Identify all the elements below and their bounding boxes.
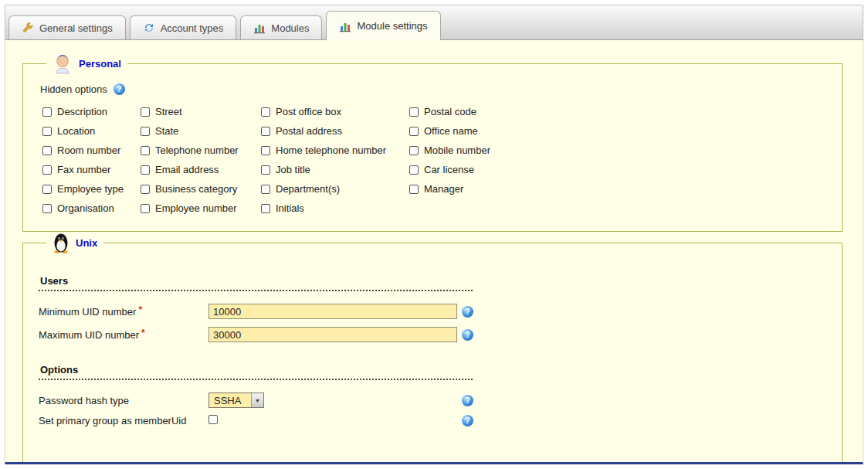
account-types-icon: [143, 22, 155, 34]
tab-label: General settings: [39, 22, 113, 34]
tab-bar: General settings Account types Modules M…: [5, 5, 863, 40]
help-icon[interactable]: [462, 415, 473, 427]
wrench-icon: [22, 22, 34, 34]
checkbox[interactable]: [42, 107, 52, 117]
checkbox-option-street[interactable]: Street: [141, 106, 261, 117]
checkbox[interactable]: [261, 127, 270, 136]
member-uid-label: Set primary group as memberUid: [39, 415, 209, 427]
checkbox-option-room-number[interactable]: Room number: [42, 144, 141, 156]
dropdown-arrow-icon: [251, 393, 263, 407]
password-hash-select[interactable]: SSHA: [209, 393, 264, 408]
checkbox-option-initials[interactable]: Initials: [261, 202, 409, 214]
checkbox-option-departments[interactable]: Department(s): [261, 183, 409, 195]
required-asterisk: *: [141, 328, 145, 338]
checkbox-option-manager[interactable]: Manager: [409, 183, 832, 195]
password-hash-row: Password hash type SSHA: [39, 393, 832, 408]
member-uid-checkbox[interactable]: [209, 415, 218, 424]
checkbox[interactable]: [42, 165, 52, 175]
personal-legend-label: Personal: [79, 58, 121, 70]
checkbox-option-state[interactable]: State: [141, 125, 261, 137]
checkbox[interactable]: [409, 146, 419, 155]
checkbox[interactable]: [42, 127, 52, 136]
checkbox-option-mobile-number[interactable]: Mobile number: [409, 144, 832, 156]
hidden-options-grid: Description Street Post office box Posta…: [42, 106, 832, 214]
hidden-options-label: Hidden options: [40, 83, 107, 95]
checkbox[interactable]: [141, 185, 150, 194]
tab-modules[interactable]: Modules: [240, 15, 322, 39]
checkbox[interactable]: [261, 146, 270, 155]
hidden-options-row: Hidden options: [40, 83, 832, 95]
checkbox[interactable]: [409, 185, 419, 194]
options-section-header: Options: [39, 362, 473, 380]
checkbox[interactable]: [141, 127, 150, 136]
checkbox-option-email-address[interactable]: Email address: [141, 164, 261, 175]
member-uid-row: Set primary group as memberUid: [39, 413, 832, 427]
checkbox[interactable]: [409, 165, 419, 175]
checkbox-option-employee-type[interactable]: Employee type: [42, 183, 141, 195]
checkbox-option-description[interactable]: Description: [42, 106, 141, 117]
unix-fieldset: Unix Users Minimum UID number* Maximum U…: [22, 232, 843, 464]
checkbox[interactable]: [42, 146, 52, 155]
checkbox[interactable]: [261, 204, 270, 213]
person-icon: [53, 53, 73, 74]
minimum-uid-label: Minimum UID number*: [39, 306, 209, 318]
tab-module-settings[interactable]: Module settings: [326, 11, 440, 40]
checkbox[interactable]: [261, 165, 270, 175]
checkbox-option-telephone-number[interactable]: Telephone number: [141, 144, 261, 156]
tab-label: Module settings: [357, 20, 427, 32]
tux-penguin-icon: [53, 232, 70, 253]
minimum-uid-row: Minimum UID number*: [39, 304, 832, 319]
tab-label: Account types: [161, 22, 224, 34]
checkbox-option-fax-number[interactable]: Fax number: [42, 164, 141, 175]
help-icon[interactable]: [114, 83, 125, 95]
checkbox[interactable]: [409, 127, 419, 136]
checkbox-option-employee-number[interactable]: Employee number: [141, 202, 261, 214]
personal-fieldset: Personal Hidden options Description Stre…: [22, 53, 843, 232]
help-icon[interactable]: [462, 395, 473, 406]
required-asterisk: *: [138, 304, 142, 315]
checkbox[interactable]: [141, 204, 150, 213]
users-section-header: Users: [39, 274, 473, 291]
lam-server-profile-page: General settings Account types Modules M…: [0, 5, 868, 469]
checkbox[interactable]: [261, 107, 270, 117]
tab-general-settings[interactable]: General settings: [8, 15, 126, 39]
checkbox-option-business-category[interactable]: Business category: [141, 183, 261, 195]
checkbox-option-organisation[interactable]: Organisation: [42, 202, 141, 214]
minimum-uid-input[interactable]: [209, 304, 457, 319]
checkbox-option-post-office-box[interactable]: Post office box: [261, 106, 409, 117]
checkbox[interactable]: [409, 107, 419, 117]
unix-legend-label: Unix: [76, 237, 97, 249]
maximum-uid-input[interactable]: [209, 327, 457, 342]
maximum-uid-row: Maximum UID number*: [39, 327, 832, 342]
help-icon[interactable]: [462, 329, 473, 341]
checkbox-option-office-name[interactable]: Office name: [409, 125, 832, 137]
maximum-uid-label: Maximum UID number*: [39, 329, 209, 341]
checkbox[interactable]: [261, 185, 270, 194]
checkbox[interactable]: [42, 185, 52, 194]
password-hash-selected-value: SSHA: [209, 393, 251, 407]
checkbox-option-postal-code[interactable]: Postal code: [409, 106, 832, 117]
checkbox-option-car-license[interactable]: Car license: [409, 164, 832, 175]
checkbox[interactable]: [42, 204, 52, 213]
help-icon[interactable]: [462, 306, 473, 318]
module-settings-chart-icon: [339, 20, 351, 32]
checkbox[interactable]: [141, 146, 150, 155]
tab-account-types[interactable]: Account types: [130, 15, 237, 39]
checkbox-option-job-title[interactable]: Job title: [261, 164, 409, 175]
checkbox-option-home-telephone-number[interactable]: Home telephone number: [261, 144, 409, 156]
modules-chart-icon: [253, 22, 266, 34]
checkbox[interactable]: [141, 165, 150, 175]
module-settings-content: Personal Hidden options Description Stre…: [5, 40, 863, 464]
password-hash-label: Password hash type: [39, 395, 209, 406]
checkbox[interactable]: [141, 107, 150, 117]
tab-label: Modules: [271, 22, 309, 34]
checkbox-option-location[interactable]: Location: [42, 125, 141, 137]
unix-legend: Unix: [46, 232, 103, 253]
checkbox-option-postal-address[interactable]: Postal address: [261, 125, 409, 137]
personal-legend: Personal: [46, 53, 127, 74]
